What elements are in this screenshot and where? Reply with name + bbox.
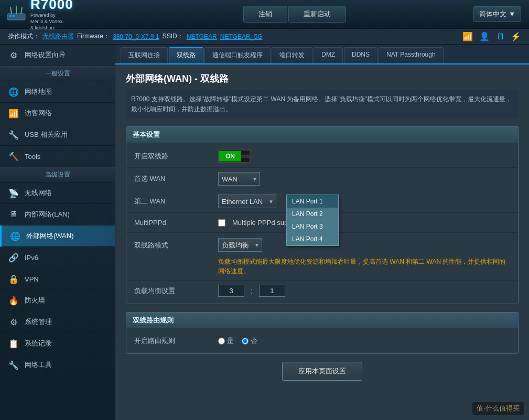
routing-no-option[interactable]: 否 xyxy=(242,336,257,346)
label-dual-mode: 双线路模式 xyxy=(134,238,218,250)
router-icon xyxy=(6,6,26,22)
svg-line-6 xyxy=(10,7,12,14)
balance-input-1[interactable] xyxy=(218,285,244,297)
toggle-off-area xyxy=(241,155,250,158)
routing-yes-option[interactable]: 是 xyxy=(218,336,234,346)
sidebar-item-ipv6[interactable]: 🔗 IPv6 xyxy=(0,247,115,268)
sidebar-item-sysadmin[interactable]: ⚙ 系统管理 xyxy=(0,311,115,333)
sidebar-item-tools[interactable]: 🔨 Tools xyxy=(0,146,115,167)
status-icons: 📶 👤 🖥 ⚡ xyxy=(462,31,521,41)
label-primary-wan: 首选 WAN xyxy=(134,174,218,184)
dropdown-lan-port-1[interactable]: LAN Port 1 xyxy=(287,195,338,208)
sidebar-item-nettool[interactable]: 🔧 网络工具 xyxy=(0,354,115,376)
ipv6-icon: 🔗 xyxy=(8,252,19,263)
dual-mode-description: 负载均衡模式能最大限度地优化资源和增加吞吐量，提高首选 WAN 和第二 WAN … xyxy=(218,257,510,276)
sidebar-item-syslog[interactable]: 📋 系统记录 xyxy=(0,333,115,354)
model-name: R7000 xyxy=(30,0,73,13)
language-label: 简体中文 xyxy=(479,9,506,19)
ssid2-link[interactable]: NETGEAR_5G xyxy=(220,33,263,40)
dropdown-lan-port-2[interactable]: LAN Port 2 xyxy=(287,208,338,220)
guest-icon: 📶 xyxy=(8,107,19,119)
sidebar: ⚙ 网络设置向导 一般设置 🌐 网络地图 📶 访客网络 🔧 USB 相关应用 🔨… xyxy=(0,45,115,420)
sidebar-item-wan[interactable]: 🌐 外部网络(WAN) xyxy=(0,225,115,247)
sidebar-item-guest-label: 访客网络 xyxy=(25,109,52,118)
sidebar-item-tools-label: Tools xyxy=(25,153,40,160)
header-nav: 注销 重新启动 xyxy=(115,6,473,23)
powered-by: Powered by Merlin & Vortex & koolshare xyxy=(30,13,73,31)
firmware-link[interactable]: 380.70_0-X7.9.1 xyxy=(113,33,159,40)
control-enable-dual: ON xyxy=(218,149,510,163)
main-layout: ⚙ 网络设置向导 一般设置 🌐 网络地图 📶 访客网络 🔧 USB 相关应用 🔨… xyxy=(0,45,529,420)
sidebar-item-usb[interactable]: 🔧 USB 相关应用 xyxy=(0,124,115,146)
sidebar-item-wireless[interactable]: 📡 无线网络 xyxy=(0,182,115,204)
tab-dmz[interactable]: DMZ xyxy=(314,47,343,63)
sidebar-item-wizard[interactable]: ⚙ 网络设置向导 xyxy=(0,45,115,66)
svg-rect-5 xyxy=(22,15,24,17)
sidebar-item-firewall[interactable]: 🔥 防火墙 xyxy=(0,290,115,311)
label-enable-routing: 开启路由规则 xyxy=(134,336,218,346)
tab-dual-wan[interactable]: 双线路 xyxy=(169,47,203,63)
ssid1-link[interactable]: NETGEAR xyxy=(187,33,217,40)
section-basic-body: 开启双线路 ON 首选 WAN xyxy=(126,143,518,304)
sidebar-item-map[interactable]: 🌐 网络地图 xyxy=(0,81,115,103)
tools-icon: 🔨 xyxy=(8,150,19,162)
page-description: R7000 支持双线路。选择"故障转移"模式设定第二 WAN 为备用网络。选择"… xyxy=(126,90,519,119)
page-content: 外部网络(WAN) - 双线路 R7000 支持双线路。选择"故障转移"模式设定… xyxy=(115,64,529,420)
sidebar-item-vpn[interactable]: 🔒 VPN xyxy=(0,268,115,290)
sidebar-item-guest[interactable]: 📶 访客网络 xyxy=(0,103,115,124)
sidebar-item-lan[interactable]: 🖥 内部网络(LAN) xyxy=(0,204,115,225)
content-area: 互联网连接 双线路 通信端口触发程序 端口转发 DMZ DDNS NAT Pas… xyxy=(115,45,529,420)
dropdown-lan-port-4[interactable]: LAN Port 4 xyxy=(287,233,338,245)
routing-yes-radio[interactable] xyxy=(218,338,225,344)
sidebar-item-map-label: 网络地图 xyxy=(25,87,52,96)
section-rules-body: 开启路由规则 是 否 xyxy=(126,328,518,353)
svg-rect-2 xyxy=(13,15,15,17)
wifi-icon: 📶 xyxy=(462,31,473,41)
secondary-wan-select[interactable]: Ethernet LAN xyxy=(218,195,276,208)
routing-no-label: 否 xyxy=(251,336,257,346)
control-enable-routing: 是 否 xyxy=(218,336,510,346)
header: R7000 Powered by Merlin & Vortex & kools… xyxy=(0,0,529,29)
sidebar-item-sysadmin-label: 系统管理 xyxy=(25,317,52,327)
tab-comm[interactable]: 通信端口触发程序 xyxy=(204,47,271,63)
section-basic: 基本设置 开启双线路 ON 首选 WAN xyxy=(126,126,519,304)
section-rules-title: 双线路由规则 xyxy=(126,313,518,328)
sidebar-section-general: 一般设置 xyxy=(0,66,115,81)
dual-mode-select[interactable]: 负载均衡 故障转移 xyxy=(218,238,262,252)
primary-wan-select[interactable]: WAN xyxy=(218,172,260,186)
map-icon: 🌐 xyxy=(8,86,19,98)
toggle-on-label: ON xyxy=(219,151,241,161)
multipppd-checkbox[interactable] xyxy=(218,219,225,227)
svg-rect-1 xyxy=(9,15,12,17)
section-basic-title: 基本设置 xyxy=(126,127,518,143)
sidebar-item-firewall-label: 防火墙 xyxy=(25,296,45,305)
row-enable-routing: 开启路由规则 是 否 xyxy=(126,331,518,351)
balance-input-2[interactable] xyxy=(259,285,285,297)
toggle-dual-wan[interactable]: ON xyxy=(218,149,251,163)
lan-icon: 🖥 xyxy=(8,209,19,220)
register-button[interactable]: 注销 xyxy=(243,6,287,23)
apply-button[interactable]: 应用本页面设置 xyxy=(282,362,362,381)
tab-internet[interactable]: 互联网连接 xyxy=(121,47,168,63)
control-multipppd: Multiple PPPd suppo xyxy=(218,219,510,227)
svg-rect-4 xyxy=(19,15,21,17)
label-enable-dual: 开启双线路 xyxy=(134,152,218,161)
row-primary-wan: 首选 WAN WAN ▼ xyxy=(126,168,518,190)
mode-link[interactable]: 无线路由器 xyxy=(42,32,74,41)
routing-no-radio[interactable] xyxy=(242,338,249,344)
tab-nat[interactable]: NAT Passthrough xyxy=(379,47,444,63)
tab-ddns[interactable]: DDNS xyxy=(344,47,377,63)
routing-radio-group: 是 否 xyxy=(218,336,257,346)
dropdown-lan-port-3[interactable]: LAN Port 3 xyxy=(287,220,338,233)
sidebar-item-vpn-label: VPN xyxy=(25,275,39,283)
mode-prefix: 操作模式： xyxy=(8,32,39,41)
wireless-icon: 📡 xyxy=(8,187,19,199)
language-selector[interactable]: 简体中文 ▼ xyxy=(473,6,521,22)
sysadmin-icon: ⚙ xyxy=(8,316,19,328)
row-enable-dual: 开启双线路 ON xyxy=(126,145,518,168)
sidebar-item-syslog-label: 系统记录 xyxy=(25,339,52,348)
tab-port-forward[interactable]: 端口转发 xyxy=(272,47,312,63)
vpn-icon: 🔒 xyxy=(8,273,19,285)
svg-rect-3 xyxy=(16,15,18,17)
restart-button[interactable]: 重新启动 xyxy=(288,6,346,23)
